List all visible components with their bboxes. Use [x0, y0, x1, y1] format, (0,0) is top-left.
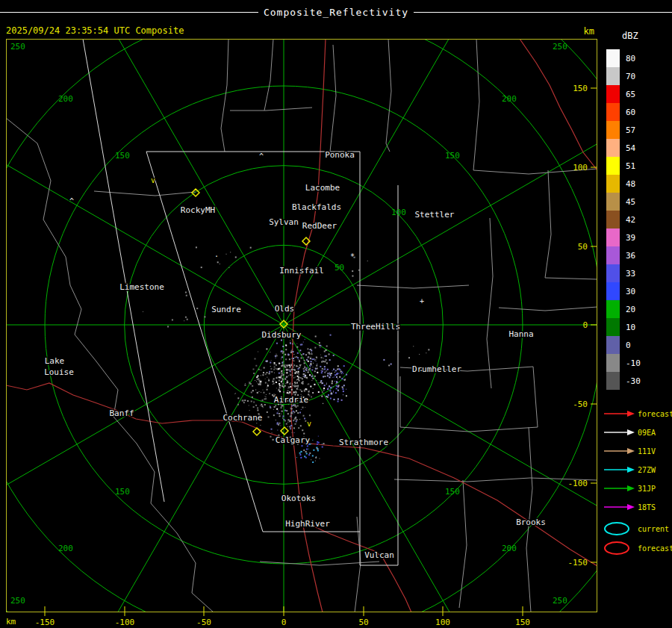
reflectivity-echo-pixel [270, 405, 270, 406]
dbz-swatch-60 [606, 103, 620, 121]
reflectivity-echo-pixel [290, 414, 291, 415]
reflectivity-echo-pixel [297, 385, 299, 387]
reflectivity-echo-pixel [303, 415, 305, 417]
reflectivity-echo-pixel [323, 403, 323, 404]
reflectivity-echo-pixel [329, 359, 331, 361]
reflectivity-echo-pixel [290, 415, 292, 417]
reflectivity-echo-pixel [279, 387, 281, 388]
reflectivity-echo-pixel [327, 373, 329, 374]
dbz-swatch-42 [606, 211, 620, 228]
reflectivity-echo-pixel [294, 384, 295, 385]
city-label-innisfail: Innisfail [279, 266, 324, 276]
reflectivity-echo-pixel [296, 422, 296, 423]
reflectivity-echo-pixel [295, 357, 296, 358]
reflectivity-echo-pixel [307, 378, 308, 379]
reflectivity-echo-pixel [333, 392, 334, 393]
radar-map[interactable]: 2502001501005015020025015020025015020025… [6, 39, 597, 612]
reflectivity-echo-pixel [269, 373, 270, 374]
dbz-value-label: 54 [626, 143, 635, 153]
reflectivity-echo-pixel [336, 383, 337, 384]
reflectivity-echo-pixel [301, 457, 302, 458]
reflectivity-echo-pixel [301, 357, 302, 358]
city-label-ponoka: Ponoka [325, 150, 355, 160]
city-label-threehills: ThreeHills [351, 322, 400, 332]
reflectivity-echo-pixel [309, 453, 311, 454]
reflectivity-echo-pixel [284, 373, 285, 373]
dbz-swatch-36 [606, 246, 620, 264]
reflectivity-echo-pixel [284, 354, 286, 355]
reflectivity-echo-pixel [316, 380, 317, 381]
reflectivity-echo-pixel [261, 375, 261, 376]
dbz-scale-row: 30 [606, 282, 641, 300]
reflectivity-echo-pixel [383, 359, 385, 361]
reflectivity-echo-pixel [322, 368, 323, 370]
ellipse-label-forecast: forecast [638, 544, 672, 553]
reflectivity-echo-pixel [257, 409, 258, 411]
dbz-value-label: 60 [626, 108, 635, 117]
track-label-forecast: forecast [638, 410, 672, 418]
reflectivity-echo-pixel [324, 385, 326, 386]
reflectivity-echo-pixel [320, 366, 321, 367]
dbz-value-label: 20 [626, 305, 635, 314]
reflectivity-echo-pixel [276, 388, 277, 388]
reflectivity-echo-pixel [290, 374, 292, 376]
reflectivity-echo-pixel [279, 389, 280, 391]
reflectivity-echo-pixel [317, 358, 317, 358]
dbz-swatch--10 [606, 354, 620, 372]
reflectivity-echo-pixel [343, 373, 343, 374]
reflectivity-echo-pixel [274, 366, 276, 367]
radar-map-canvas[interactable]: 2502001501005015020025015020025015020025… [6, 39, 597, 612]
reflectivity-echo-pixel [311, 380, 312, 381]
reflectivity-echo-pixel [298, 371, 299, 373]
reflectivity-echo-pixel [293, 413, 294, 414]
reflectivity-echo-pixel [256, 423, 257, 423]
reflectivity-echo-pixel [305, 388, 307, 390]
reflectivity-echo-pixel [331, 392, 332, 394]
city-label-calgary: Calgary [276, 435, 311, 445]
boundary-line [330, 45, 336, 152]
reflectivity-echo-pixel [268, 379, 270, 381]
reflectivity-echo-pixel [280, 376, 281, 377]
reflectivity-echo-pixel [305, 377, 306, 378]
reflectivity-echo-pixel [301, 445, 302, 447]
dbz-value-label: 39 [626, 233, 635, 243]
reflectivity-echo-pixel [327, 369, 329, 370]
reflectivity-echo-pixel [278, 388, 279, 389]
reflectivity-echo-pixel [303, 450, 305, 451]
reflectivity-echo-pixel [297, 357, 299, 358]
reflectivity-echo-pixel [317, 444, 318, 445]
dbz-scale-row: 80 [606, 49, 641, 67]
reflectivity-echo-pixel [271, 429, 273, 430]
dbz-swatch-48 [606, 175, 620, 193]
reflectivity-echo-pixel [279, 373, 280, 374]
reflectivity-echo-pixel [343, 379, 343, 380]
reflectivity-echo-pixel [287, 413, 289, 414]
storm-ellipse-forecast-icon [605, 542, 629, 554]
radar-app-window: { "window": { "title": "Composite_Reflec… [0, 0, 672, 628]
dbz-value-label: 42 [626, 215, 635, 225]
reflectivity-echo-pixel [288, 392, 290, 394]
reflectivity-echo-pixel [290, 352, 292, 353]
reflectivity-echo-pixel [333, 369, 335, 370]
reflectivity-echo-pixel [290, 370, 290, 370]
reflectivity-echo-pixel [311, 369, 313, 370]
reflectivity-echo-pixel [265, 361, 266, 361]
reflectivity-echo-pixel [273, 382, 275, 384]
dbz-value-label: -30 [626, 376, 641, 386]
reflectivity-echo-pixel [311, 352, 312, 353]
reflectivity-echo-pixel [336, 385, 337, 387]
reflectivity-echo-pixel [311, 376, 313, 377]
reflectivity-echo-pixel [283, 386, 284, 388]
reflectivity-echo-pixel [314, 384, 315, 385]
reflectivity-echo-pixel [326, 396, 327, 397]
reflectivity-echo-pixel [228, 267, 229, 268]
reflectivity-echo-pixel [302, 378, 303, 379]
reflectivity-echo-pixel [322, 446, 323, 447]
boundary-line [357, 285, 469, 288]
reflectivity-echo-pixel [286, 372, 287, 373]
reflectivity-echo-pixel [235, 393, 236, 394]
reflectivity-echo-pixel [305, 365, 305, 366]
range-ring-label: 150 [115, 151, 130, 161]
reflectivity-echo-pixel [252, 397, 253, 398]
reflectivity-echo-pixel [235, 256, 237, 258]
